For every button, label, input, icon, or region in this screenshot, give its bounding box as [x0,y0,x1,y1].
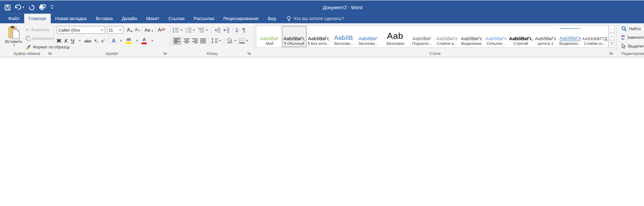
borders-button[interactable]: ▼ [239,38,248,44]
tab-references[interactable]: Ссылки [164,14,189,23]
styles-scroll-up-icon[interactable]: ▲ [609,25,614,33]
highlight-dropdown-icon[interactable]: ▼ [136,39,138,42]
style-card-1[interactable]: АаБбВвГг,¶ Обычный [282,26,306,47]
multilevel-list-button[interactable]: ▼ [198,28,208,33]
replace-button[interactable]: abac Заменить [621,34,644,41]
paste-dropdown-icon[interactable]: ▼ [13,44,16,46]
grow-font-button[interactable]: А▲ [127,28,133,32]
font-color-dropdown-icon[interactable]: ▼ [151,39,154,42]
sort-button[interactable]: АЯ ↓ [236,28,240,33]
repeat-button[interactable] [29,4,35,10]
shrink-font-button[interactable]: А▼ [135,28,140,32]
style-preview: АаБбВвГг [486,28,507,41]
style-label: Сильное... [486,41,506,46]
style-card-5[interactable]: АаbЗаголовок [380,26,410,47]
style-card-10[interactable]: АаБбВвГг,Строгий [508,26,533,47]
style-preview: АаБбВ [334,28,353,41]
paragraph-dialog-launcher[interactable] [248,51,252,55]
svg-text:3: 3 [186,31,187,33]
style-card-9[interactable]: АаБбВвГгСильное... [484,26,508,47]
clear-formatting-button[interactable]: А [158,28,165,32]
subscript-button[interactable]: х2 [94,38,98,44]
group-divider [170,25,170,50]
clipboard-group-label: Буфер обмена [0,51,54,56]
tab-file[interactable]: Файл [4,14,24,23]
format-painter-label: Формат по образцу [33,45,70,49]
shading-button[interactable]: ▼ [226,38,236,44]
styles-more-icon[interactable]: ▼ [609,40,614,48]
style-preview: АаБбВвГ [412,28,432,41]
paragraph-group-label: Абзац [170,51,254,56]
style-card-4[interactable]: АаБбВвГЗаголово... [356,26,380,47]
text-effects-button[interactable]: А [112,38,116,44]
increase-indent-button[interactable] [223,28,230,33]
style-label: Слабое в... [437,41,457,46]
tell-me-box[interactable]: Что вы хотите сделать? [280,14,344,23]
select-label: Выделить [628,44,644,48]
tab-view[interactable]: Вид [263,14,280,23]
font-color-button[interactable]: А [142,37,147,44]
bold-button[interactable]: Ж [57,38,61,44]
style-preview: АаБбВвГг, [308,28,330,41]
style-label: Слабая сс... [584,41,606,46]
bullets-button[interactable]: ▼ [173,28,183,33]
style-card-11[interactable]: АаБбВвГгЦитата 2 [533,26,558,47]
numbering-button[interactable]: 123▼ [186,28,196,33]
style-card-0[interactable]: АаБбВвГМой [257,26,282,47]
lightbulb-icon [287,16,291,21]
show-formatting-button[interactable]: ¶ [242,27,245,33]
save-icon[interactable] [4,4,10,10]
style-label: Подзагол... [412,41,432,46]
styles-group-label: Стили [254,51,616,56]
text-effects-dropdown-icon[interactable]: ▼ [120,39,122,42]
tab-layout[interactable]: Макет [142,14,164,23]
select-button[interactable]: Выделить▼ [621,43,644,49]
style-card-7[interactable]: АаБбВвГгСлабое в... [434,26,459,47]
paste-button[interactable]: Вставить ▼ [4,26,24,52]
tab-mailings[interactable]: Рассылки [189,14,219,23]
undo-button[interactable]: ▼ [14,4,24,10]
underline-button[interactable]: Ч [71,38,74,44]
screenshot-scaler: ▼ ▼ Документ2 - Word — ✕ [0,0,644,58]
style-card-3[interactable]: АаБбВЗаголово... [331,26,356,47]
justify-button[interactable] [200,38,206,43]
tab-new-tab[interactable]: Новая вкладка [50,14,91,23]
strikethrough-button[interactable]: abc [84,38,91,43]
font-name-combo[interactable]: Calibri (Осн▼ [57,26,105,34]
style-label: ¶ Обычный [284,41,304,46]
font-dialog-launcher[interactable] [164,51,168,55]
style-label: Строгий [514,41,528,46]
align-right-button[interactable] [192,38,198,43]
tab-home[interactable]: Главная [24,14,50,23]
underline-dropdown-icon[interactable]: ▼ [78,39,81,42]
window-title: Документ2 - Word [274,0,411,14]
superscript-button[interactable]: х2 [101,38,105,43]
font-size-combo[interactable]: 11▼ [107,26,124,34]
styles-scroll-down-icon[interactable]: ▼ [609,33,614,40]
italic-button[interactable]: К [64,38,68,44]
tab-insert[interactable]: Вставка [91,14,117,23]
align-left-button[interactable] [173,37,181,44]
style-card-6[interactable]: АаБбВвГПодзагол... [410,26,434,47]
style-card-8[interactable]: АаБбВвГгВыделение [459,26,484,47]
change-case-button[interactable]: Аа▼ [144,28,154,32]
undo-dropdown-icon[interactable]: ▼ [22,6,24,9]
clipboard-dialog-launcher[interactable] [48,51,52,55]
print-preview-icon[interactable] [39,4,46,10]
group-divider [254,25,254,50]
style-card-2[interactable]: АаБбВвГг,¶ Без инте... [306,26,331,47]
customize-qat-icon[interactable]: ▼ [50,5,54,10]
styles-dialog-launcher[interactable] [609,51,614,55]
line-spacing-button[interactable]: ▼ [211,38,222,44]
editing-group-label: Редактирование [616,51,644,56]
style-preview: АаБбВвГг [436,28,457,41]
find-button[interactable]: Найти▼ [621,26,644,32]
highlight-button[interactable]: ab [126,38,132,44]
decrease-indent-button[interactable] [214,28,221,33]
tab-design[interactable]: Дизайн [117,14,142,23]
style-card-12[interactable]: АаБбВвГаВыделенн... [558,26,582,47]
align-center-button[interactable] [184,38,190,43]
paste-clipboard-icon [8,26,20,39]
tab-review[interactable]: Рецензирование [219,14,263,23]
style-card-13[interactable]: ААББВВГГДСлабая сс... [582,26,607,47]
